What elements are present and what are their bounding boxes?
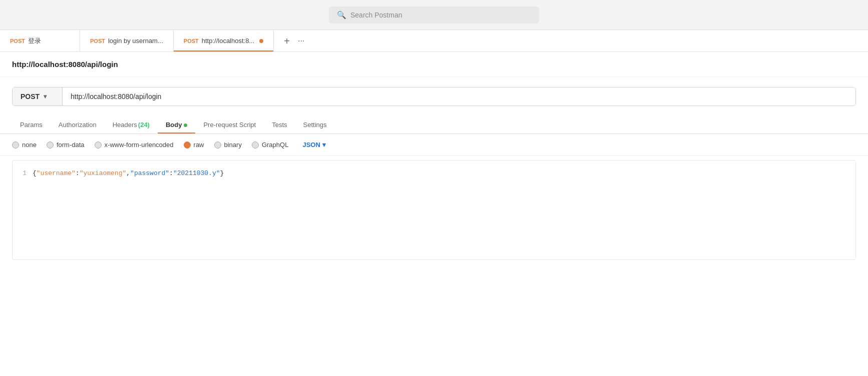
tab-actions: + ···: [276, 30, 312, 52]
radio-binary: [214, 142, 221, 148]
json-format-label: JSON: [302, 141, 320, 148]
body-type-urlencoded[interactable]: x-www-form-urlencoded: [95, 141, 174, 148]
tab1-title: 登录: [28, 36, 41, 46]
code-editor[interactable]: 1 {"username":"yuxiaomeng","password":"2…: [12, 160, 856, 260]
add-tab-button[interactable]: +: [284, 36, 290, 46]
tab-body[interactable]: Body: [158, 116, 196, 134]
url-input[interactable]: [63, 88, 855, 106]
code-content-1: {"username":"yuxiaomeng","password":"202…: [33, 170, 224, 177]
radio-raw: [184, 142, 191, 148]
tab-params[interactable]: Params: [12, 116, 51, 134]
json-format-selector[interactable]: JSON ▾: [302, 141, 325, 148]
radio-formdata: [47, 142, 54, 148]
body-type-raw[interactable]: raw: [184, 141, 204, 148]
key2: "password": [130, 170, 169, 177]
breadcrumb-url: http://localhost:8080/api/login: [12, 60, 118, 68]
body-active-dot: [184, 124, 187, 127]
val2: "20211030.y": [173, 170, 220, 177]
body-type-none[interactable]: none: [12, 141, 37, 148]
tab3-title: http://localhost:8...: [202, 37, 255, 44]
tab1-method: POST: [10, 38, 25, 44]
tab2-title: login by usernam...: [108, 37, 163, 44]
radio-graphql: [252, 142, 259, 148]
tab-headers[interactable]: Headers(24): [105, 116, 158, 134]
body-type-binary[interactable]: binary: [214, 141, 242, 148]
colon2: :: [169, 170, 173, 177]
colon1: :: [76, 170, 80, 177]
search-bar[interactable]: 🔍 Search Postman: [329, 6, 539, 24]
radio-none: [12, 142, 19, 148]
tab-3[interactable]: POST http://localhost:8...: [174, 30, 274, 52]
method-chevron: ▾: [44, 93, 47, 100]
method-label: POST: [21, 92, 40, 100]
body-type-formdata[interactable]: form-data: [47, 141, 85, 148]
url-breadcrumb: http://localhost:8080/api/login: [0, 52, 868, 77]
json-format-chevron: ▾: [322, 141, 326, 148]
more-options-button[interactable]: ···: [298, 36, 304, 46]
radio-urlencoded: [95, 142, 102, 148]
request-bar: POST ▾: [12, 87, 856, 106]
tab3-dirty-indicator: [259, 39, 263, 43]
tab-prerequest[interactable]: Pre-request Script: [195, 116, 264, 134]
body-type-row: none form-data x-www-form-urlencoded raw…: [0, 134, 868, 156]
tabs-row: POST 登录 POST login by usernam... POST ht…: [0, 30, 868, 52]
body-type-graphql[interactable]: GraphQL: [252, 141, 288, 148]
search-icon: 🔍: [337, 10, 346, 20]
tab-tests[interactable]: Tests: [264, 116, 295, 134]
line-number-1: 1: [13, 170, 33, 177]
code-line-1: 1 {"username":"yuxiaomeng","password":"2…: [13, 168, 855, 178]
request-tabs: Params Authorization Headers(24) Body Pr…: [0, 116, 868, 134]
headers-badge: (24): [138, 121, 150, 128]
open-brace: {: [33, 170, 37, 177]
tab2-method: POST: [90, 38, 105, 44]
top-bar: 🔍 Search Postman: [0, 0, 868, 30]
key1: "username": [37, 170, 76, 177]
tab3-method: POST: [184, 38, 199, 44]
tab-1[interactable]: POST 登录: [0, 30, 80, 52]
tab-authorization[interactable]: Authorization: [51, 116, 105, 134]
search-placeholder: Search Postman: [350, 11, 402, 19]
method-selector[interactable]: POST ▾: [13, 88, 63, 106]
comma: ,: [126, 170, 130, 177]
close-brace: }: [220, 170, 224, 177]
val1: "yuxiaomeng": [80, 170, 127, 177]
tab-2[interactable]: POST login by usernam...: [80, 30, 174, 52]
tab-settings[interactable]: Settings: [295, 116, 335, 134]
